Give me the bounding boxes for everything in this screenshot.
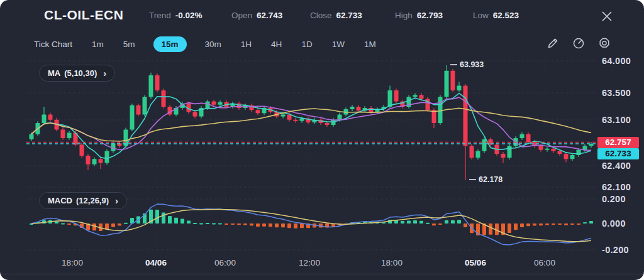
close-icon[interactable] bbox=[599, 8, 615, 24]
tab-15m[interactable]: 15m bbox=[153, 36, 187, 52]
candle-body bbox=[237, 104, 242, 108]
macd-histogram-bar bbox=[526, 223, 530, 226]
price-axis-label: 0.000 bbox=[602, 218, 626, 229]
macd-histogram-bar bbox=[432, 223, 436, 225]
macd-histogram-bar bbox=[438, 223, 442, 225]
candle-body bbox=[338, 114, 342, 119]
stat-value: 62.523 bbox=[493, 11, 519, 20]
chart-tools bbox=[546, 36, 611, 50]
candle-body bbox=[445, 71, 449, 97]
macd-histogram-bar bbox=[237, 223, 241, 225]
candle-body bbox=[105, 151, 109, 163]
macd-histogram-bar bbox=[187, 221, 191, 223]
annotation-marker bbox=[450, 64, 457, 65]
macd-histogram-bar bbox=[92, 223, 96, 230]
time-axis-label: 04/06 bbox=[145, 258, 167, 267]
tab-4h[interactable]: 4H bbox=[270, 37, 283, 51]
candle-body bbox=[42, 114, 47, 123]
macd-histogram-bar bbox=[451, 220, 455, 223]
price-axis-label: 63.100 bbox=[602, 115, 631, 125]
candle-body bbox=[394, 90, 399, 102]
stat-label: Close bbox=[310, 11, 332, 20]
macd-line bbox=[31, 204, 591, 245]
macd-histogram-bar bbox=[155, 210, 159, 223]
tab-1m[interactable]: 1M bbox=[363, 37, 377, 51]
chart-annotation: 62.178 bbox=[469, 175, 502, 184]
tab-5m[interactable]: 5m bbox=[122, 37, 136, 51]
tab-30m[interactable]: 30m bbox=[204, 37, 223, 51]
macd-histogram-bar bbox=[564, 223, 568, 225]
macd-histogram-bar bbox=[111, 223, 115, 227]
stat-value: 62.733 bbox=[336, 11, 362, 20]
macd-histogram-bar bbox=[545, 223, 549, 225]
candle-body bbox=[162, 90, 166, 107]
macd-histogram-bar bbox=[413, 220, 417, 223]
stat-label: High bbox=[395, 11, 413, 20]
candle-body bbox=[357, 107, 361, 110]
timer-icon[interactable] bbox=[572, 36, 586, 50]
tab-1h[interactable]: 1H bbox=[240, 37, 253, 51]
macd-histogram-bar bbox=[558, 223, 562, 225]
ma-indicator-legend[interactable]: MA (5,10,30) › bbox=[39, 65, 115, 82]
macd-histogram-bar bbox=[552, 223, 555, 225]
symbol-title: CL-OIL-ECN bbox=[44, 8, 123, 23]
edit-icon[interactable] bbox=[546, 36, 560, 50]
last-price-tag: 62.757 bbox=[597, 137, 639, 148]
stat-low: Low62.523 bbox=[473, 11, 519, 20]
macd-histogram-bar bbox=[231, 223, 235, 225]
candle-body bbox=[501, 154, 506, 158]
macd-histogram-bar bbox=[419, 221, 423, 223]
chevron-right-icon: › bbox=[103, 68, 106, 78]
tab-1w[interactable]: 1W bbox=[331, 37, 346, 51]
tab-1m[interactable]: 1m bbox=[91, 37, 105, 51]
chart-widget: CL-OIL-ECN Trend-0.02%Open62.743Close62.… bbox=[0, 0, 644, 280]
macd-histogram-bar bbox=[206, 223, 209, 224]
price-axis-label: 62.400 bbox=[602, 161, 631, 171]
time-axis-label: 12:00 bbox=[299, 258, 320, 267]
macd-histogram-bar bbox=[218, 223, 222, 225]
macd-histogram-bar bbox=[55, 221, 58, 223]
macd-indicator-legend[interactable]: MACD (12,26,9) › bbox=[39, 192, 127, 209]
macd-histogram-bar bbox=[457, 220, 461, 223]
settings-icon[interactable] bbox=[597, 36, 611, 50]
tab-1d[interactable]: 1D bbox=[300, 37, 313, 51]
time-axis-label: 18:00 bbox=[62, 258, 83, 267]
macd-histogram-bar bbox=[508, 223, 511, 233]
tab-tick-chart[interactable]: Tick Chart bbox=[33, 37, 74, 51]
candle-body bbox=[155, 75, 160, 90]
macd-histogram-bar bbox=[212, 223, 216, 225]
candle-body bbox=[212, 102, 216, 105]
ma-params: (5,10,30) bbox=[64, 68, 97, 78]
stat-trend: Trend-0.02% bbox=[149, 11, 203, 20]
candle-body bbox=[294, 120, 298, 121]
stat-close: Close62.733 bbox=[310, 11, 362, 20]
macd-histogram-bar bbox=[407, 220, 411, 223]
macd-histogram-bar bbox=[589, 221, 593, 223]
stat-value: 62.793 bbox=[417, 11, 443, 20]
stat-label: Trend bbox=[149, 11, 171, 20]
candle-body bbox=[413, 95, 418, 97]
macd-histogram-bar bbox=[262, 223, 266, 227]
candle-body bbox=[218, 102, 223, 105]
candle-body bbox=[482, 139, 487, 151]
candle-body bbox=[558, 151, 562, 154]
macd-histogram-bar bbox=[300, 223, 304, 228]
chevron-right-icon: › bbox=[115, 195, 118, 206]
footer-divider bbox=[0, 274, 644, 274]
annotation-marker bbox=[469, 179, 476, 180]
macd-histogram-bar bbox=[464, 223, 467, 227]
macd-histogram-bar bbox=[401, 221, 404, 223]
candle-body bbox=[149, 75, 153, 97]
macd-histogram-bar bbox=[225, 223, 228, 225]
candle-body bbox=[130, 105, 135, 130]
timeframe-toolbar: Tick Chart1m5m15m30m1H4H1D1W1M bbox=[33, 36, 377, 52]
candle-body bbox=[256, 110, 260, 113]
macd-histogram-bar bbox=[105, 223, 109, 229]
macd-histogram-bar bbox=[193, 223, 197, 224]
price-axis-label: 63.500 bbox=[602, 88, 631, 98]
candle-body bbox=[325, 123, 330, 125]
macd-histogram-bar bbox=[269, 223, 272, 227]
macd-name: MACD bbox=[48, 196, 72, 205]
candle-body bbox=[369, 108, 374, 112]
time-axis-label: 05/06 bbox=[465, 258, 486, 267]
